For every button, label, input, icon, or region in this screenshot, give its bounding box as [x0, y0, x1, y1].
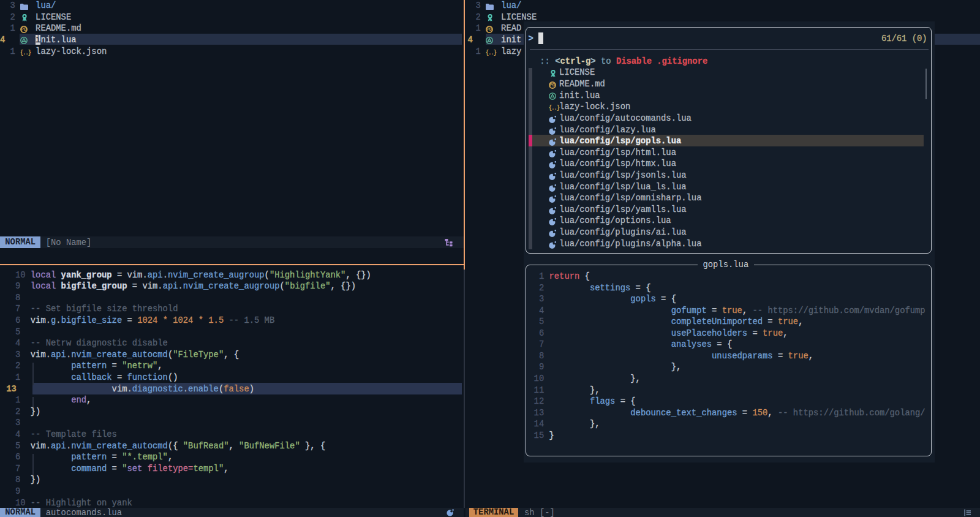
svg-text:PD: PD — [21, 27, 26, 31]
svg-text:PD: PD — [549, 83, 555, 87]
svg-text:PD: PD — [486, 27, 492, 31]
